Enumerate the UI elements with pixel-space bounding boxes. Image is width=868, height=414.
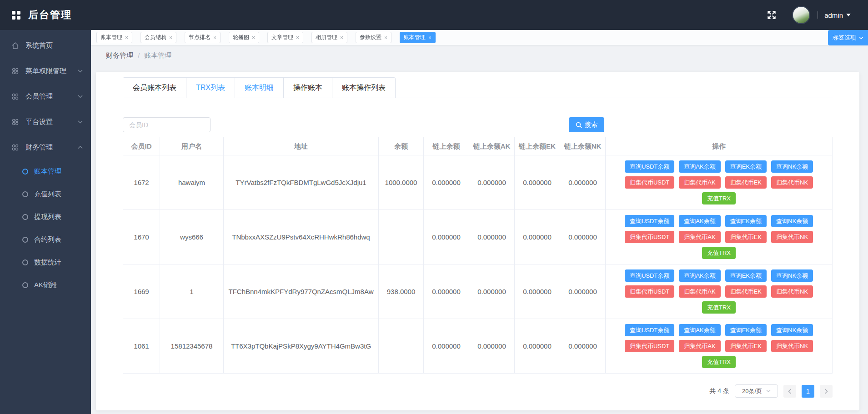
address-cell: TNbbxxAXSZzU9Pstv64XcRHHwkRh86hdwq <box>224 210 379 264</box>
close-icon[interactable]: × <box>296 35 299 41</box>
query-usdt-balance-button[interactable]: 查询USDT余额 <box>625 269 674 282</box>
collect-nk-button[interactable]: 归集代币NK <box>771 231 813 243</box>
chevron-right-icon <box>824 389 828 394</box>
tab-trx-list[interactable]: TRX列表 <box>186 78 235 98</box>
chain-nk-cell: 0.000000 <box>560 155 606 210</box>
sidebar-item-platform[interactable]: 平台设置 <box>0 109 91 135</box>
collect-nk-button[interactable]: 归集代币NK <box>771 340 813 352</box>
recharge-trx-button[interactable]: 充值TRX <box>702 356 736 368</box>
sidebar-subitem-recharge[interactable]: 充值列表 <box>0 183 91 205</box>
tag-chip[interactable]: 参数设置× <box>356 32 391 43</box>
collect-usdt-button[interactable]: 归集代币USDT <box>625 176 674 189</box>
collect-ek-button[interactable]: 归集代币EK <box>725 231 767 243</box>
query-ak-balance-button[interactable]: 查询AK余额 <box>679 160 720 173</box>
sidebar-subitem-ledger[interactable]: 账本管理 <box>0 160 91 183</box>
username-cell: wys666 <box>160 210 224 264</box>
sidebar-subitem-ak-destroy[interactable]: AK销毁 <box>0 274 91 296</box>
close-icon[interactable]: × <box>125 35 128 41</box>
collect-usdt-button[interactable]: 归集代币USDT <box>625 285 674 298</box>
app-header: 后台管理 admin <box>0 0 868 30</box>
grid-icon <box>11 118 19 126</box>
search-row: 搜索 <box>123 117 833 132</box>
user-menu[interactable]: admin <box>824 11 851 19</box>
tag-chip-active[interactable]: 账本管理× <box>400 32 436 43</box>
tab-member-ledger-list[interactable]: 会员账本列表 <box>123 78 186 98</box>
query-ek-balance-button[interactable]: 查询EK余额 <box>725 160 767 173</box>
sidebar-item-home[interactable]: 系统首页 <box>0 33 91 58</box>
close-icon[interactable]: × <box>340 35 343 41</box>
fullscreen-icon[interactable] <box>767 10 777 20</box>
collect-usdt-button[interactable]: 归集代币USDT <box>625 231 674 243</box>
tag-chip[interactable]: 轮播图× <box>229 32 259 43</box>
collect-ak-button[interactable]: 归集代币AK <box>679 340 720 352</box>
tag-chip[interactable]: 相册管理× <box>311 32 347 43</box>
query-usdt-balance-button[interactable]: 查询USDT余额 <box>625 324 674 336</box>
query-ek-balance-button[interactable]: 查询EK余额 <box>725 269 767 282</box>
collect-nk-button[interactable]: 归集代币NK <box>771 176 813 189</box>
page-size-select[interactable]: 20条/页 <box>735 384 778 398</box>
tag-chip[interactable]: 账本管理× <box>96 32 132 43</box>
search-button[interactable]: 搜索 <box>569 117 604 132</box>
app-title: 后台管理 <box>28 8 72 22</box>
sidebar-item-member[interactable]: 会员管理 <box>0 84 91 109</box>
sidebar-subitem-stats[interactable]: 数据统计 <box>0 251 91 274</box>
prev-page-button[interactable] <box>783 385 796 398</box>
collect-usdt-button[interactable]: 归集代币USDT <box>625 340 674 352</box>
sidebar-subitem-contract[interactable]: 合约列表 <box>0 228 91 251</box>
page-number-button[interactable]: 1 <box>802 385 814 398</box>
collect-ak-button[interactable]: 归集代币AK <box>679 176 720 189</box>
tab-ledger-detail[interactable]: 账本明细 <box>235 78 283 98</box>
tag-chip[interactable]: 会员结构× <box>140 32 176 43</box>
query-nk-balance-button[interactable]: 查询NK余额 <box>771 160 813 173</box>
query-ak-balance-button[interactable]: 查询AK余额 <box>679 269 720 282</box>
query-ak-balance-button[interactable]: 查询AK余额 <box>679 215 720 227</box>
query-ek-balance-button[interactable]: 查询EK余额 <box>725 324 767 336</box>
actions-cell: 查询USDT余额 查询AK余额 查询EK余额 查询NK余额 归集代币USDT 归… <box>606 264 832 319</box>
breadcrumb: 财务管理 / 账本管理 <box>91 45 868 65</box>
collect-ak-button[interactable]: 归集代币AK <box>679 285 720 298</box>
query-nk-balance-button[interactable]: 查询NK余额 <box>771 215 813 227</box>
query-nk-balance-button[interactable]: 查询NK余额 <box>771 324 813 336</box>
chain-ak-cell: 0.000000 <box>469 319 515 374</box>
close-icon[interactable]: × <box>213 35 216 41</box>
collect-ak-button[interactable]: 归集代币AK <box>679 231 720 243</box>
collect-ek-button[interactable]: 归集代币EK <box>725 340 767 352</box>
collect-ek-button[interactable]: 归集代币EK <box>725 176 767 189</box>
recharge-trx-button[interactable]: 充值TRX <box>702 192 736 205</box>
username-cell: 1 <box>160 264 224 319</box>
sidebar-item-menu-permission[interactable]: 菜单权限管理 <box>0 58 91 84</box>
close-icon[interactable]: × <box>428 35 431 41</box>
close-icon[interactable]: × <box>252 35 255 41</box>
sidebar-subitem-withdraw[interactable]: 提现列表 <box>0 205 91 228</box>
chain-ek-cell: 0.000000 <box>515 264 560 319</box>
balance-cell <box>379 319 424 374</box>
query-nk-balance-button[interactable]: 查询NK余额 <box>771 269 813 282</box>
query-usdt-balance-button[interactable]: 查询USDT余额 <box>625 215 674 227</box>
query-ek-balance-button[interactable]: 查询EK余额 <box>725 215 767 227</box>
chain-balance-cell: 0.000000 <box>424 319 469 374</box>
breadcrumb-finance[interactable]: 财务管理 <box>106 51 133 60</box>
next-page-button[interactable] <box>820 385 833 398</box>
caret-down-icon <box>846 14 851 17</box>
user-name-label: admin <box>824 11 843 19</box>
tag-chip[interactable]: 文章管理× <box>267 32 303 43</box>
query-ak-balance-button[interactable]: 查询AK余额 <box>679 324 720 336</box>
recharge-trx-button[interactable]: 充值TRX <box>702 247 736 259</box>
query-usdt-balance-button[interactable]: 查询USDT余额 <box>625 160 674 173</box>
recharge-trx-button[interactable]: 充值TRX <box>702 301 736 314</box>
member-id-input[interactable] <box>123 117 211 132</box>
pagination: 共 4 条 20条/页 1 <box>123 384 833 398</box>
tab-ledger-operation-list[interactable]: 账本操作列表 <box>332 78 395 98</box>
actions-cell: 查询USDT余额 查询AK余额 查询EK余额 查询NK余额 归集代币USDT 归… <box>606 319 832 374</box>
collect-ek-button[interactable]: 归集代币EK <box>725 285 767 298</box>
close-icon[interactable]: × <box>169 35 172 41</box>
collect-nk-button[interactable]: 归集代币NK <box>771 285 813 298</box>
chain-ek-cell: 0.000000 <box>515 210 560 264</box>
sidebar-item-finance[interactable]: 财务管理 <box>0 135 91 160</box>
tag-options-button[interactable]: 标签选项 <box>828 30 868 45</box>
table-row: 1061 15812345678 TT6X3pTQbKajPSkP8Xygy9A… <box>123 319 832 374</box>
tag-chip[interactable]: 节点排名× <box>185 32 221 43</box>
close-icon[interactable]: × <box>384 35 387 41</box>
avatar[interactable] <box>792 6 810 24</box>
tab-operate-ledger[interactable]: 操作账本 <box>283 78 332 98</box>
